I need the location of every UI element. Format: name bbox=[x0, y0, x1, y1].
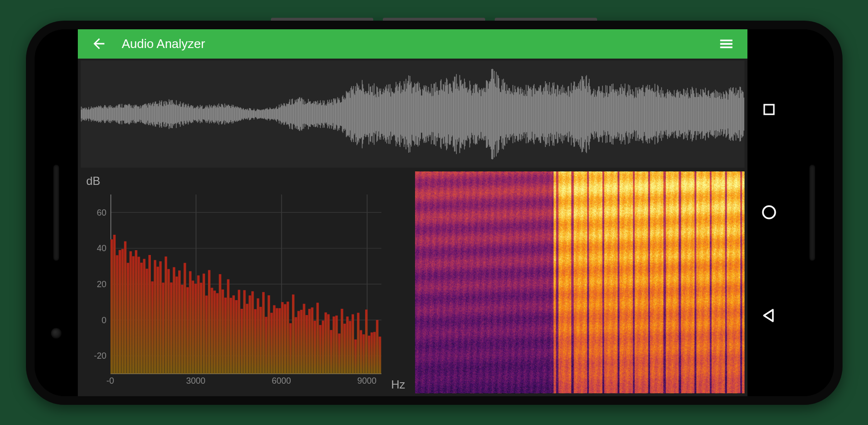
svg-rect-1060 bbox=[243, 290, 245, 374]
spectrum-x-tick: 3000 bbox=[186, 374, 206, 386]
svg-rect-1056 bbox=[232, 295, 234, 374]
svg-rect-1069 bbox=[268, 295, 270, 374]
svg-rect-1089 bbox=[321, 321, 324, 374]
svg-rect-1091 bbox=[327, 315, 330, 374]
menu-button[interactable] bbox=[715, 32, 738, 55]
nav-recents-button[interactable] bbox=[758, 98, 781, 121]
svg-rect-1029 bbox=[159, 261, 161, 374]
svg-rect-1049 bbox=[213, 291, 216, 374]
svg-rect-1024 bbox=[146, 269, 148, 374]
svg-rect-1043 bbox=[197, 276, 199, 374]
circle-icon bbox=[761, 204, 777, 220]
svg-point-1112 bbox=[763, 206, 775, 219]
svg-rect-1028 bbox=[156, 267, 159, 374]
nav-home-button[interactable] bbox=[758, 201, 781, 224]
nav-back-button[interactable] bbox=[758, 304, 781, 327]
svg-rect-1041 bbox=[192, 280, 194, 374]
svg-rect-1012 bbox=[113, 235, 115, 374]
svg-rect-1064 bbox=[254, 309, 256, 374]
android-nav-bar bbox=[747, 29, 791, 396]
svg-rect-1046 bbox=[205, 296, 208, 374]
phone-speaker-left bbox=[35, 29, 78, 396]
svg-rect-1076 bbox=[286, 302, 289, 374]
spectrum-y-tick: -20 bbox=[94, 351, 110, 361]
svg-rect-1099 bbox=[349, 321, 351, 374]
svg-rect-1014 bbox=[118, 250, 121, 374]
svg-rect-1103 bbox=[359, 330, 362, 374]
waveform-panel[interactable] bbox=[81, 61, 745, 168]
svg-rect-1037 bbox=[181, 285, 183, 374]
spectrogram-panel[interactable] bbox=[415, 171, 745, 393]
svg-rect-1081 bbox=[300, 310, 302, 374]
spectrum-y-tick: 20 bbox=[97, 279, 110, 289]
svg-rect-1078 bbox=[292, 294, 294, 374]
spectrum-y-label: dB bbox=[86, 174, 100, 188]
svg-rect-1110 bbox=[379, 337, 381, 374]
spectrum-y-tick: 60 bbox=[97, 207, 110, 218]
svg-rect-1020 bbox=[134, 250, 137, 374]
spectrum-bars bbox=[110, 194, 381, 374]
camera-icon bbox=[51, 328, 61, 339]
svg-rect-1063 bbox=[251, 291, 254, 374]
svg-rect-1077 bbox=[289, 323, 292, 374]
svg-rect-1074 bbox=[281, 302, 283, 374]
svg-rect-1048 bbox=[210, 288, 213, 374]
svg-rect-1051 bbox=[219, 274, 221, 374]
svg-rect-1067 bbox=[262, 292, 264, 374]
svg-rect-1055 bbox=[230, 298, 232, 374]
svg-rect-1052 bbox=[221, 290, 224, 374]
svg-rect-1097 bbox=[343, 324, 346, 374]
spectrum-x-tick: 9000 bbox=[357, 374, 377, 386]
svg-rect-1066 bbox=[259, 307, 262, 374]
svg-rect-1039 bbox=[186, 287, 188, 374]
svg-rect-1015 bbox=[121, 249, 123, 374]
spectrum-chart: 6040200-20-0300060009000 bbox=[110, 194, 381, 374]
svg-rect-1057 bbox=[235, 300, 237, 374]
svg-rect-1047 bbox=[208, 270, 210, 374]
svg-rect-1084 bbox=[308, 309, 310, 374]
menu-icon bbox=[718, 36, 734, 52]
svg-rect-1086 bbox=[314, 321, 316, 374]
phone-speaker-right bbox=[791, 29, 834, 396]
svg-rect-1082 bbox=[303, 304, 305, 374]
svg-rect-1053 bbox=[224, 298, 226, 374]
svg-rect-1050 bbox=[216, 293, 218, 374]
back-button[interactable] bbox=[87, 32, 110, 55]
svg-rect-1062 bbox=[248, 295, 251, 374]
svg-rect-1101 bbox=[354, 340, 356, 374]
svg-rect-1022 bbox=[140, 263, 143, 374]
svg-rect-1025 bbox=[148, 255, 150, 374]
svg-rect-1019 bbox=[132, 256, 134, 374]
arrow-back-icon bbox=[91, 36, 107, 52]
spectrum-y-tick: 0 bbox=[101, 315, 110, 325]
svg-rect-1108 bbox=[373, 332, 376, 374]
svg-rect-1094 bbox=[335, 316, 338, 374]
svg-rect-1033 bbox=[170, 282, 172, 374]
svg-rect-1054 bbox=[227, 279, 229, 374]
spectrum-panel[interactable]: dB 6040200-20-0300060009000 Hz bbox=[81, 171, 410, 393]
svg-rect-1098 bbox=[346, 316, 348, 374]
svg-rect-1105 bbox=[365, 310, 367, 374]
svg-rect-1031 bbox=[164, 256, 167, 374]
spectrum-x-label: Hz bbox=[391, 378, 405, 391]
spectrogram-heatmap bbox=[415, 171, 745, 393]
svg-rect-1095 bbox=[338, 334, 340, 374]
svg-rect-1040 bbox=[189, 271, 191, 374]
svg-rect-1106 bbox=[367, 336, 370, 374]
svg-rect-1058 bbox=[238, 290, 240, 374]
svg-rect-1071 bbox=[273, 305, 275, 374]
svg-rect-1107 bbox=[370, 332, 373, 374]
svg-rect-1026 bbox=[151, 281, 153, 374]
svg-rect-1018 bbox=[129, 251, 132, 374]
svg-rect-1093 bbox=[332, 316, 335, 374]
svg-rect-1044 bbox=[200, 283, 202, 374]
svg-rect-1038 bbox=[183, 263, 186, 374]
phone-top-buttons bbox=[271, 18, 598, 21]
svg-rect-1032 bbox=[167, 269, 170, 374]
spectrum-y-tick: 40 bbox=[97, 243, 110, 254]
svg-rect-1035 bbox=[175, 277, 178, 374]
svg-rect-1109 bbox=[376, 320, 378, 374]
svg-rect-1075 bbox=[283, 304, 286, 374]
svg-rect-1085 bbox=[311, 307, 313, 374]
svg-rect-1100 bbox=[351, 315, 354, 374]
